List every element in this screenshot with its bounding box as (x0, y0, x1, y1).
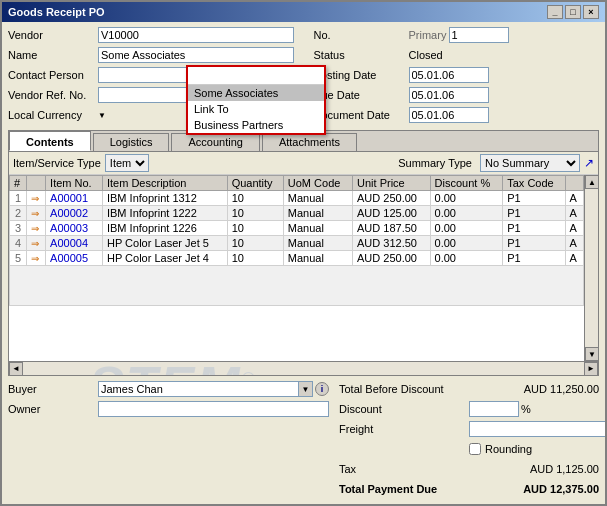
primary-label: Primary (409, 29, 449, 41)
row-4-num: 4 (10, 236, 27, 251)
buyer-input[interactable] (98, 381, 299, 397)
item-service-type-label: Item/Service Type (13, 157, 101, 169)
restore-button[interactable]: □ (565, 5, 581, 19)
title-bar: Goods Receipt PO _ □ × (2, 2, 605, 22)
discount-row: Discount % (339, 400, 599, 418)
row-1-qty: 10 (227, 191, 283, 206)
buyer-dropdown-arrow[interactable]: ▼ (299, 381, 313, 397)
row-2-uom: Manual (283, 206, 352, 221)
scroll-right-button[interactable]: ► (584, 362, 598, 376)
row-4-discount: 0.00 (430, 236, 503, 251)
item-service-type-select[interactable]: Item (105, 154, 149, 172)
owner-input[interactable] (98, 401, 329, 417)
row-1-tax: P1 (503, 191, 565, 206)
contact-label: Contact Person (8, 69, 98, 81)
table-row-empty (10, 266, 584, 306)
col-price: Unit Price (353, 176, 431, 191)
tab-logistics[interactable]: Logistics (93, 133, 170, 151)
freight-input[interactable] (469, 421, 605, 437)
doc-date-label: Document Date (314, 109, 409, 121)
vendor-option-3[interactable]: Business Partners (188, 117, 324, 133)
row-5-tax: P1 (503, 251, 565, 266)
rounding-checkbox[interactable] (469, 443, 481, 455)
total-payment-row: Total Payment Due AUD 12,375.00 (339, 480, 599, 498)
col-item-no: Item No. (46, 176, 103, 191)
col-tax: Tax Code (503, 176, 565, 191)
row-1-price: AUD 250.00 (353, 191, 431, 206)
main-window: Goods Receipt PO _ □ × Vendor (0, 0, 607, 506)
freight-input-area: ⇒ (469, 421, 605, 437)
buyer-info-icon[interactable]: i (315, 382, 329, 396)
before-discount-value: AUD 11,250.00 (469, 383, 599, 395)
vendor-input[interactable] (98, 27, 294, 43)
row-4-price: AUD 312.50 (353, 236, 431, 251)
posting-date-input[interactable] (409, 67, 489, 83)
row-4-extra: A (565, 236, 583, 251)
row-5-price: AUD 250.00 (353, 251, 431, 266)
row-1-extra: A (565, 191, 583, 206)
row-3-extra: A (565, 221, 583, 236)
discount-input[interactable] (469, 401, 519, 417)
owner-row: Owner (8, 400, 329, 418)
row-4-tax: P1 (503, 236, 565, 251)
table-scroll-area[interactable]: # Item No. Item Description Quantity UoM… (9, 175, 584, 361)
no-label: No. (314, 29, 409, 41)
summary-type-select[interactable]: No Summary (480, 154, 580, 172)
name-input[interactable] (98, 47, 294, 63)
tab-accounting[interactable]: Accounting (171, 133, 259, 151)
table-expand-icon[interactable]: ↗ (584, 156, 594, 170)
main-content: Vendor Some Associates Link To Business … (2, 22, 605, 504)
posting-date-label: Posting Date (314, 69, 409, 81)
row-2-qty: 10 (227, 206, 283, 221)
vendor-option-1[interactable]: Some Associates (188, 85, 324, 101)
scroll-track[interactable] (585, 189, 598, 347)
col-uom: UoM Code (283, 176, 352, 191)
rounding-label: Rounding (485, 443, 532, 455)
scroll-down-button[interactable]: ▼ (585, 347, 598, 361)
scroll-left-button[interactable]: ◄ (9, 362, 23, 376)
horizontal-scrollbar[interactable]: ◄ ► (9, 361, 598, 375)
row-3-discount: 0.00 (430, 221, 503, 236)
no-input[interactable] (449, 27, 509, 43)
before-discount-label: Total Before Discount (339, 383, 469, 395)
row-3-qty: 10 (227, 221, 283, 236)
row-3-desc: IBM Infoprint 1226 (102, 221, 227, 236)
row-5-item-no: A00005 (46, 251, 103, 266)
tax-row: Tax AUD 1,125.00 (339, 460, 599, 478)
vendor-ref-label: Vendor Ref. No. (8, 89, 98, 101)
percent-label: % (521, 403, 531, 415)
header-form: Vendor Some Associates Link To Business … (8, 26, 599, 126)
row-1-num: 1 (10, 191, 27, 206)
row-3-tax: P1 (503, 221, 565, 236)
scroll-h-track[interactable] (23, 362, 584, 375)
row-4-qty: 10 (227, 236, 283, 251)
items-table: # Item No. Item Description Quantity UoM… (9, 175, 584, 306)
tab-contents[interactable]: Contents (9, 131, 91, 151)
close-button[interactable]: × (583, 5, 599, 19)
table-wrapper: # Item No. Item Description Quantity UoM… (9, 175, 598, 361)
doc-date-row: Document Date (314, 106, 600, 124)
freight-label: Freight (339, 423, 469, 435)
due-date-input[interactable] (409, 87, 489, 103)
posting-date-row: Posting Date (314, 66, 600, 84)
table-row: 4 ⇒ A00004 HP Color Laser Jet 5 10 Manua… (10, 236, 584, 251)
vendor-option-2[interactable]: Link To (188, 101, 324, 117)
row-4-arrow: ⇒ (27, 236, 46, 251)
rounding-row: Rounding (339, 440, 599, 458)
table-row: 5 ⇒ A00005 HP Color Laser Jet 4 10 Manua… (10, 251, 584, 266)
status-row: Status Closed (314, 46, 600, 64)
minimize-button[interactable]: _ (547, 5, 563, 19)
tab-attachments[interactable]: Attachments (262, 133, 357, 151)
col-num: # (10, 176, 27, 191)
scroll-up-button[interactable]: ▲ (585, 175, 598, 189)
row-1-item-no: A00001 (46, 191, 103, 206)
row-2-item-no: A00002 (46, 206, 103, 221)
tax-label: Tax (339, 463, 469, 475)
vertical-scrollbar[interactable]: ▲ ▼ (584, 175, 598, 361)
table-row: 3 ⇒ A00003 IBM Infoprint 1226 10 Manual … (10, 221, 584, 236)
doc-date-input[interactable] (409, 107, 489, 123)
freight-row: Freight ⇒ (339, 420, 599, 438)
row-5-arrow: ⇒ (27, 251, 46, 266)
row-4-item-no: A00004 (46, 236, 103, 251)
vendor-search-input[interactable] (188, 67, 324, 85)
